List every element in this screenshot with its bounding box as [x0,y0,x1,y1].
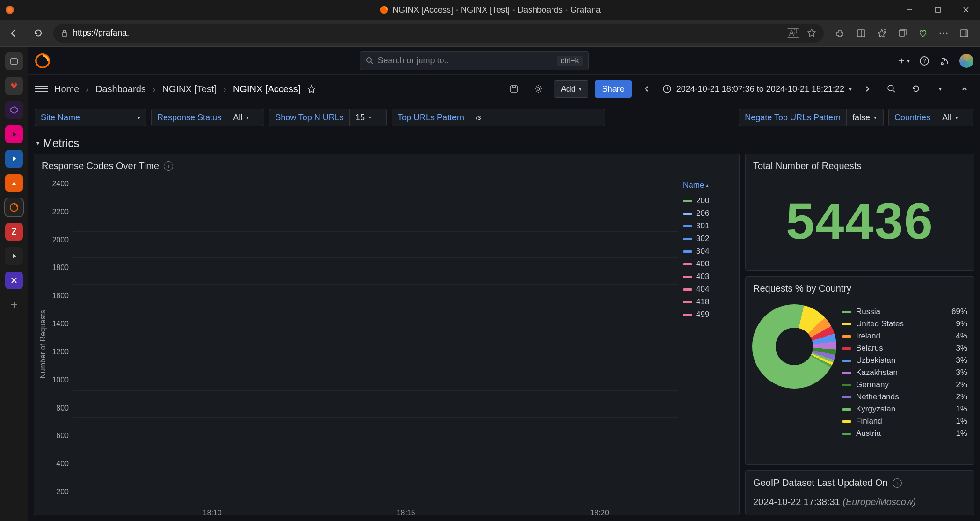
svg-line-25 [371,62,373,64]
legend-item[interactable]: 206 [683,209,730,218]
var-select-negate[interactable]: false▾ [846,109,884,126]
app-icon-grafana[interactable] [5,198,23,216]
user-avatar[interactable] [959,54,973,68]
info-icon[interactable]: i [164,161,173,171]
breadcrumb-folder[interactable]: NGINX [Test] [162,84,217,95]
app-icon-files[interactable] [5,52,23,70]
app-icon-purple[interactable] [5,101,23,119]
country-row[interactable]: Netherlands2% [842,392,967,402]
star-icon[interactable] [307,84,316,94]
panel-geoip: GeoIP Dataset Last Updated On i 2024-10-… [745,470,974,515]
var-select-topn[interactable]: 15▾ [349,109,387,126]
y-axis-label: Number of Requests [37,310,49,379]
heart-icon[interactable] [916,27,929,40]
window-close[interactable] [952,0,980,20]
back-button[interactable] [5,24,23,43]
more-icon[interactable] [937,27,950,40]
breadcrumb-home[interactable]: Home [54,84,79,95]
legend-item[interactable]: 403 [683,272,730,281]
share-button[interactable]: Share [595,80,632,98]
country-row[interactable]: Kazakhstan3% [842,368,967,377]
add-button[interactable]: Add ▾ [554,80,588,98]
legend-item[interactable]: 499 [683,310,730,319]
var-select-sitename[interactable]: ▾ [86,109,146,126]
settings-icon[interactable] [530,80,547,98]
svg-point-13 [946,32,948,34]
refresh-interval[interactable]: ▾ [931,80,949,98]
app-icon-gitlab[interactable] [5,77,23,95]
extensions-icon[interactable] [834,27,847,40]
app-icon-play3[interactable] [5,247,23,265]
country-donut[interactable] [752,304,836,389]
breadcrumb-dashboard[interactable]: NGINX [Access] [233,84,300,95]
chart-plot[interactable]: 18:1018:1518:20 [73,178,678,497]
app-icon-play1[interactable] [5,125,23,143]
refresh-dashboard-icon[interactable] [907,80,925,98]
var-select-response-status[interactable]: All▾ [227,109,264,126]
legend-item[interactable]: 404 [683,285,730,294]
country-row[interactable]: Russia69% [842,307,967,316]
app-icon-add[interactable] [5,296,23,314]
variable-row: Site Name ▾ Response Status All▾ Show To… [28,103,980,132]
grafana-app: Search or jump to... ctrl+k ▾ ? Home › D… [28,47,980,521]
legend-item[interactable]: 304 [683,247,730,256]
menu-toggle[interactable] [35,86,48,92]
reader-icon[interactable]: A)) [787,28,799,38]
search-input[interactable]: Search or jump to... ctrl+k [360,51,589,70]
grafana-topbar: Search or jump to... ctrl+k ▾ ? [28,47,980,75]
favorites-icon[interactable] [875,27,888,40]
zoom-out-icon[interactable] [883,80,900,98]
news-icon[interactable] [939,55,951,67]
country-row[interactable]: Germany2% [842,380,967,389]
country-row[interactable]: Finland1% [842,417,967,426]
time-prev[interactable] [638,80,656,98]
country-row[interactable]: Austria1% [842,429,967,438]
country-row[interactable]: Uzbekistan3% [842,356,967,365]
time-range-text: 2024-10-21 18:07:36 to 2024-10-21 18:21:… [676,84,844,94]
legend-item[interactable]: 301 [683,221,730,231]
section-metrics[interactable]: ▾ Metrics [28,132,980,154]
app-icon-play2[interactable] [5,150,23,168]
svg-point-31 [537,88,540,90]
app-icon-z[interactable]: Z [5,223,23,241]
app-icon-x[interactable] [5,272,23,289]
breadcrumb-dashboards[interactable]: Dashboards [95,84,146,95]
help-icon[interactable]: ? [918,55,930,67]
var-label-topn: Show Top N URLs [269,109,349,126]
legend-item[interactable]: 302 [683,234,730,243]
info-icon[interactable]: i [893,478,902,488]
country-list: Russia69%United States9%Ireland4%Belarus… [842,304,967,458]
os-app-icon [6,6,14,14]
country-row[interactable]: Kyrgyzstan1% [842,404,967,414]
collapse-icon[interactable] [956,80,973,98]
svg-rect-30 [511,86,517,92]
split-icon[interactable] [855,27,868,40]
favorite-icon[interactable] [807,28,816,37]
add-menu[interactable]: ▾ [898,55,910,67]
country-row[interactable]: United States9% [842,319,967,329]
legend-header[interactable]: Name ▴ [683,181,709,190]
var-select-countries[interactable]: All▾ [936,109,973,126]
svg-line-35 [893,90,895,92]
os-sidebar: Z [0,47,28,521]
time-range-picker[interactable]: 2024-10-21 18:07:36 to 2024-10-21 18:21:… [662,84,852,94]
window-maximize[interactable] [924,0,952,20]
var-input-urlpattern[interactable] [470,109,605,126]
lock-icon [61,29,68,37]
legend-item[interactable]: 418 [683,297,730,307]
save-dashboard-icon[interactable] [505,80,523,98]
var-label-urlpattern: Top URLs Pattern [392,109,470,126]
time-next[interactable] [858,80,876,98]
legend-item[interactable]: 400 [683,259,730,269]
collections-icon[interactable] [896,27,909,40]
country-row[interactable]: Ireland4% [842,331,967,341]
refresh-button[interactable] [29,24,48,43]
sidebar-toggle-icon[interactable] [958,27,971,40]
svg-rect-15 [965,30,968,37]
app-icon-orange[interactable] [5,174,23,192]
window-minimize[interactable] [896,0,924,20]
country-row[interactable]: Belarus3% [842,344,967,353]
svg-rect-10 [899,30,905,36]
legend-item[interactable]: 200 [683,196,730,205]
address-bar[interactable]: https://grafana. A)) [53,24,824,43]
